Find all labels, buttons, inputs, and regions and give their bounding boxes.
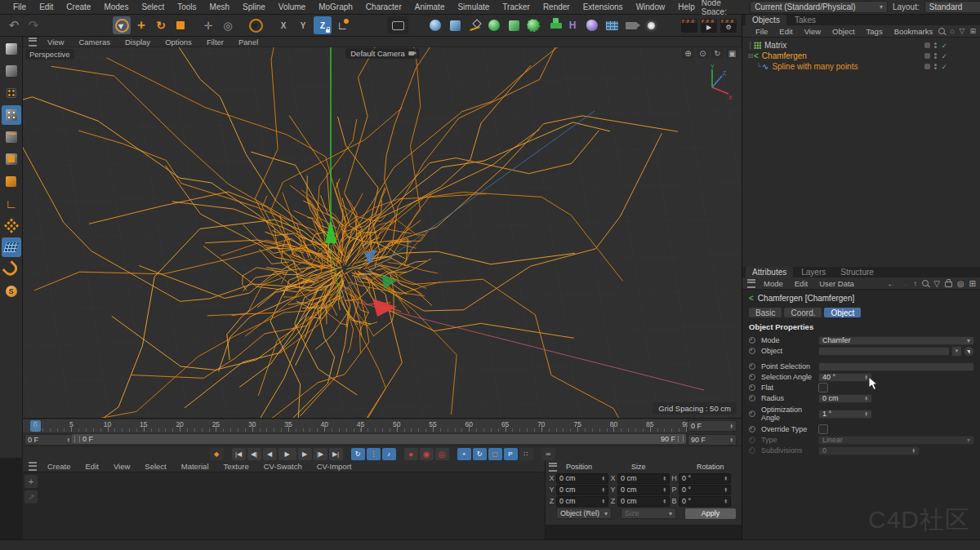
keyframe-dot-icon[interactable] bbox=[749, 384, 755, 391]
range-right-grip[interactable] bbox=[678, 436, 684, 442]
orbit-icon[interactable]: ↻ bbox=[711, 48, 724, 59]
keyframe-dot-icon[interactable] bbox=[749, 374, 755, 380]
tab-attributes[interactable]: Attributes bbox=[746, 267, 793, 277]
vp-menu-view[interactable]: View bbox=[41, 38, 70, 47]
timeline-ruler[interactable]: 051015202530354045505560657075808590 bbox=[23, 419, 686, 432]
menu-volume[interactable]: Volume bbox=[272, 2, 312, 11]
keyframe-selection-button[interactable]: ◎ bbox=[435, 448, 449, 460]
menu-spline[interactable]: Spline bbox=[236, 2, 272, 11]
om-path-icon[interactable]: ⌂ bbox=[950, 27, 954, 35]
enabled-check-icon[interactable]: ✓ bbox=[941, 42, 947, 50]
vp-menu-cameras[interactable]: Cameras bbox=[72, 38, 117, 47]
apply-button[interactable]: Apply bbox=[685, 508, 736, 519]
goto-end-button[interactable]: ▶| bbox=[329, 448, 343, 460]
attr-filter-icon[interactable]: ▽ bbox=[933, 279, 940, 288]
key-rotation-button[interactable]: ↻ bbox=[473, 448, 487, 460]
menu-render[interactable]: Render bbox=[537, 2, 577, 11]
range-start-field[interactable]: 0 F ▲▼ bbox=[24, 434, 74, 446]
subtab-object[interactable]: Object bbox=[824, 308, 861, 317]
prev-frame-button[interactable]: ◀ bbox=[263, 448, 277, 460]
render-view-button[interactable] bbox=[387, 16, 408, 34]
visibility-toggles[interactable] bbox=[934, 64, 937, 69]
keyframe-dot-icon[interactable] bbox=[749, 410, 755, 417]
override-type-checkbox[interactable] bbox=[818, 424, 828, 434]
enabled-check-icon[interactable]: ✓ bbox=[941, 52, 947, 60]
rotate-button[interactable]: ↻ bbox=[152, 16, 170, 34]
tab-objects[interactable]: Objects bbox=[746, 15, 786, 25]
track-icon[interactable]: ◎ bbox=[957, 279, 964, 288]
render-picture-viewer-button[interactable]: ▶ bbox=[701, 19, 717, 33]
autokeying-button[interactable]: ◉ bbox=[420, 448, 434, 460]
goto-start-button[interactable]: |◀ bbox=[232, 448, 246, 460]
timeline-range-slider[interactable]: 0 F 90 F bbox=[72, 434, 686, 444]
menu-edit[interactable]: Edit bbox=[33, 2, 60, 11]
menu-animate[interactable]: Animate bbox=[408, 2, 452, 11]
axis-y-button[interactable]: Y bbox=[294, 16, 312, 34]
key-parameter-button[interactable]: P bbox=[504, 448, 518, 460]
om-search-icon[interactable] bbox=[938, 28, 945, 34]
camera-label[interactable]: Default Camera bbox=[345, 48, 419, 59]
menu-window[interactable]: Window bbox=[630, 2, 672, 11]
menu-mograph[interactable]: MoGraph bbox=[312, 2, 359, 11]
generator-button[interactable] bbox=[505, 16, 523, 34]
selection-filter-button[interactable]: ◎ bbox=[219, 16, 237, 34]
camera-button[interactable] bbox=[622, 16, 640, 34]
snap-button[interactable] bbox=[2, 259, 21, 279]
vp-menu-options[interactable]: Options bbox=[158, 38, 198, 47]
prev-key-button[interactable]: ◀| bbox=[247, 448, 261, 460]
scale-button[interactable] bbox=[172, 16, 189, 34]
spline-primitive-button[interactable] bbox=[466, 16, 483, 34]
maximize-view-icon[interactable]: ▣ bbox=[726, 48, 738, 59]
subtab-coord[interactable]: Coord. bbox=[784, 308, 822, 317]
current-frame-field[interactable]: 0 F ▲▼ bbox=[688, 420, 737, 432]
object-row-spline[interactable]: └ ∿ Spline with many points ✓ bbox=[742, 61, 980, 72]
mat-menu-material[interactable]: Material bbox=[175, 462, 216, 471]
om-menu-file[interactable]: File bbox=[750, 27, 773, 36]
menu-help[interactable]: Help bbox=[671, 2, 702, 11]
model-mode-button[interactable] bbox=[2, 61, 21, 81]
dolly-icon[interactable]: ⊙ bbox=[697, 48, 709, 59]
edge-mode-button[interactable] bbox=[2, 127, 21, 147]
point-selection-field[interactable] bbox=[818, 362, 974, 371]
subdivision-surface-button[interactable] bbox=[485, 16, 503, 34]
size-x-field[interactable]: 0 cm▲▼ bbox=[617, 473, 670, 484]
mat-menu-create[interactable]: Create bbox=[41, 462, 78, 471]
pan-icon[interactable]: ⊕ bbox=[682, 48, 694, 59]
attr-menu-icon[interactable] bbox=[747, 279, 755, 288]
spinner-icon[interactable]: ▲▼ bbox=[67, 437, 70, 442]
quantize-button[interactable]: S bbox=[2, 282, 21, 301]
undo-button[interactable]: ↶ bbox=[5, 16, 23, 34]
floor-button[interactable] bbox=[603, 16, 621, 34]
parent-up-icon[interactable]: ↑ bbox=[913, 279, 917, 288]
menu-tools[interactable]: Tools bbox=[171, 2, 203, 11]
point-mode-button[interactable] bbox=[2, 105, 21, 125]
menu-create[interactable]: Create bbox=[60, 2, 97, 11]
axis-z-button[interactable]: Z bbox=[314, 16, 332, 34]
om-filter-icon[interactable]: ▽ bbox=[960, 27, 965, 35]
position-x-field[interactable]: 0 cm▲▼ bbox=[556, 473, 608, 484]
object-row-chamfergen[interactable]: ⊟ < Chamfergen ✓ bbox=[742, 51, 980, 61]
live-selection-button[interactable] bbox=[113, 16, 131, 34]
attr-menu-edit[interactable]: Edit bbox=[789, 279, 813, 288]
import-material-button[interactable]: ↗ bbox=[24, 490, 38, 503]
keyframe-list-button[interactable]: ⋮ bbox=[367, 448, 381, 460]
visibility-toggles[interactable] bbox=[934, 42, 937, 48]
menu-character[interactable]: Character bbox=[359, 2, 408, 11]
tab-takes[interactable]: Takes bbox=[788, 15, 822, 25]
add-material-button[interactable]: + bbox=[24, 475, 38, 488]
tweak-tool-button[interactable]: ✛ bbox=[199, 16, 217, 34]
visibility-toggles[interactable] bbox=[934, 53, 937, 59]
play-sound-button[interactable]: ♪ bbox=[382, 448, 396, 460]
link-button[interactable]: ∞ bbox=[541, 448, 555, 460]
move-button[interactable]: + bbox=[132, 16, 150, 34]
rotation-p-field[interactable]: 0 °▲▼ bbox=[679, 485, 731, 495]
render-active-view-button[interactable] bbox=[681, 19, 697, 33]
end-frame-field[interactable]: 90 F ▲▼ bbox=[688, 434, 737, 446]
axis-modify-button[interactable]: ∟ bbox=[2, 193, 21, 213]
attr-add-icon[interactable]: ⊞ bbox=[969, 279, 976, 288]
coords-mode-dropdown[interactable]: Object (Rel)▾ bbox=[556, 508, 612, 519]
om-menu-bookmarks[interactable]: Bookmarks bbox=[889, 27, 939, 36]
keyframe-dot-icon[interactable] bbox=[749, 363, 755, 370]
make-editable-button[interactable] bbox=[2, 39, 21, 59]
attr-search-icon[interactable] bbox=[922, 280, 929, 286]
